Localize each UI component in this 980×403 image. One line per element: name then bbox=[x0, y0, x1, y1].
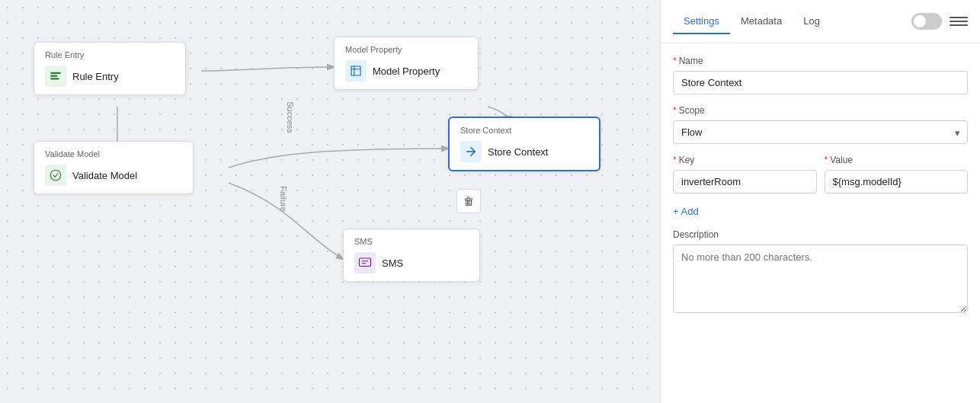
name-label-text: Name bbox=[679, 56, 703, 66]
sms-title: SMS bbox=[354, 237, 469, 246]
scope-field-group: * Scope Flow Global Session bbox=[673, 105, 968, 144]
name-field-group: * Name bbox=[673, 56, 968, 94]
validate-model-title: Validate Model bbox=[45, 149, 182, 158]
key-label: * Key bbox=[673, 155, 817, 165]
value-input[interactable] bbox=[825, 170, 969, 194]
svg-rect-0 bbox=[50, 72, 61, 74]
model-property-label: Model Property bbox=[373, 66, 440, 77]
rule-entry-icon bbox=[45, 66, 66, 87]
store-context-icon bbox=[460, 141, 482, 162]
sms-label: SMS bbox=[382, 257, 403, 269]
description-textarea[interactable] bbox=[673, 245, 968, 313]
value-field-group: * Value bbox=[825, 155, 969, 194]
tab-log[interactable]: Log bbox=[793, 9, 831, 34]
value-label-text: Value bbox=[830, 155, 853, 165]
validate-model-node[interactable]: Validate Model Validate Model bbox=[34, 141, 194, 194]
key-value-row: * Key * Value bbox=[673, 155, 968, 204]
svg-rect-2 bbox=[50, 78, 59, 79]
panel-content: * Name * Scope Flow Global Session bbox=[661, 43, 980, 403]
scope-required-star: * bbox=[673, 105, 677, 116]
value-label: * Value bbox=[825, 155, 969, 165]
description-label: Description bbox=[673, 229, 968, 240]
name-input[interactable] bbox=[673, 71, 968, 94]
delete-button[interactable]: 🗑 bbox=[456, 189, 481, 213]
description-field-group: Description bbox=[673, 229, 968, 315]
model-property-node[interactable]: Model Property Model Property bbox=[334, 37, 479, 90]
model-property-icon bbox=[345, 60, 367, 82]
validate-model-label: Validate Model bbox=[72, 170, 137, 181]
store-context-title: Store Context bbox=[460, 126, 588, 135]
tab-metadata[interactable]: Metadata bbox=[730, 9, 793, 34]
key-label-text: Key bbox=[679, 155, 695, 165]
key-input[interactable] bbox=[673, 170, 817, 194]
name-required-star: * bbox=[673, 56, 677, 66]
panel-header: Settings Metadata Log bbox=[661, 0, 980, 43]
add-button[interactable]: + Add bbox=[673, 204, 699, 219]
rule-entry-title: Rule Entry bbox=[45, 50, 175, 59]
scope-select-wrap: Flow Global Session bbox=[673, 120, 968, 144]
value-required-star: * bbox=[825, 155, 828, 165]
store-context-label: Store Context bbox=[488, 146, 549, 158]
scope-select[interactable]: Flow Global Session bbox=[673, 120, 968, 144]
delete-icon: 🗑 bbox=[463, 195, 474, 207]
scope-label: * Scope bbox=[673, 105, 968, 116]
menu-icon[interactable] bbox=[950, 12, 968, 30]
key-required-star: * bbox=[673, 155, 677, 165]
failure-edge-label: Failure bbox=[279, 186, 288, 212]
store-context-node[interactable]: Store Context Store Context bbox=[448, 117, 600, 171]
rule-entry-node[interactable]: Rule Entry Rule Entry bbox=[34, 42, 186, 95]
settings-panel: Settings Metadata Log * Name * Scope Flo… bbox=[660, 0, 980, 403]
validate-model-icon bbox=[45, 165, 66, 186]
success-edge-label: Success bbox=[286, 101, 295, 133]
sms-node[interactable]: SMS SMS bbox=[343, 229, 480, 282]
flow-canvas[interactable]: Success Failure Rule Entry Rule Entry Mo… bbox=[0, 0, 660, 403]
name-label: * Name bbox=[673, 56, 968, 66]
tab-settings[interactable]: Settings bbox=[673, 9, 730, 34]
scope-label-text: Scope bbox=[679, 105, 705, 116]
toggle-switch[interactable] bbox=[911, 13, 942, 30]
description-label-text: Description bbox=[673, 229, 719, 240]
svg-rect-3 bbox=[360, 258, 371, 267]
model-property-title: Model Property bbox=[345, 45, 467, 54]
key-field-group: * Key bbox=[673, 155, 817, 194]
svg-rect-1 bbox=[50, 75, 57, 77]
rule-entry-label: Rule Entry bbox=[72, 71, 119, 82]
sms-icon bbox=[354, 252, 376, 273]
